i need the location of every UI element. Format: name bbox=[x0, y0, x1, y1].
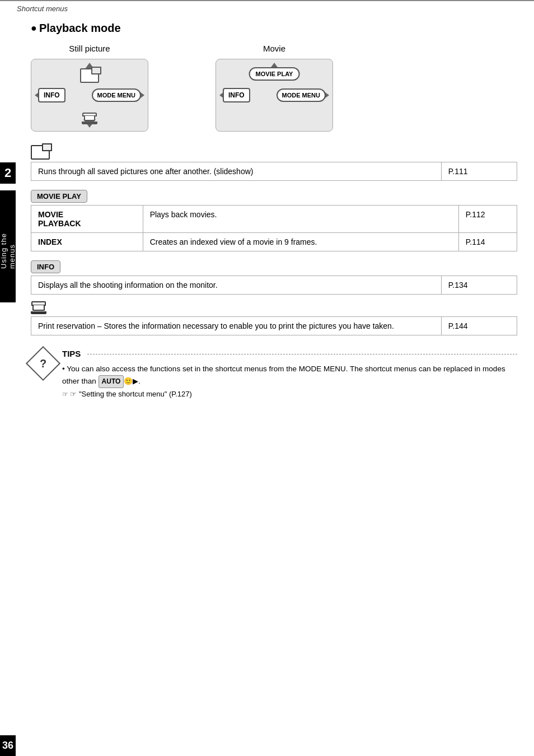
movie-play-badge: MOVIE PLAY bbox=[31, 190, 87, 203]
diagrams-row: Still picture bbox=[31, 44, 517, 132]
still-mode-menu-btn: MODE MENU bbox=[92, 88, 141, 102]
sidebar-text: Using the menus bbox=[0, 224, 16, 269]
tips-icons: 🙂▶ bbox=[124, 377, 138, 385]
info-page: P.134 bbox=[441, 276, 517, 295]
header-label: Shortcut menus bbox=[0, 0, 534, 16]
print-page: P.144 bbox=[441, 317, 517, 335]
tips-box: ? TIPS • You can also access the functio… bbox=[31, 349, 517, 400]
still-label: Still picture bbox=[69, 44, 110, 53]
movie-play-key-0: MOVIE PLAYBACK bbox=[31, 206, 143, 233]
slideshow-desc: Runs through all saved pictures one afte… bbox=[31, 162, 442, 181]
movie-play-page-0: P.112 bbox=[458, 206, 517, 233]
print-icon-row bbox=[31, 301, 517, 314]
tips-ref: ☞ "Setting the shortcut menu" (P.127) bbox=[70, 390, 192, 398]
movie-play-key-text-0: MOVIE PLAYBACK bbox=[38, 210, 81, 228]
movie-info-text: INFO bbox=[228, 91, 245, 99]
movie-diagram-box: MOVIE PLAY INFO MODE MENU bbox=[216, 59, 333, 132]
tips-title-text: TIPS bbox=[62, 349, 81, 358]
print-desc: Print reservation – Stores the informati… bbox=[31, 317, 442, 335]
movie-play-desc-text-0: Plays back movies. bbox=[150, 210, 217, 219]
header-text: Shortcut menus bbox=[17, 4, 68, 13]
still-diagram-box: INFO MODE MENU bbox=[31, 59, 148, 132]
chapter-badge: 2 bbox=[0, 162, 16, 184]
slideshow-row: Runs through all saved pictures one afte… bbox=[31, 162, 517, 181]
movie-play-row-1: INDEX Creates an indexed view of a movie… bbox=[31, 233, 517, 251]
movie-play-desc-1: Creates an indexed view of a movie in 9 … bbox=[143, 233, 458, 251]
tips-text2: . bbox=[138, 377, 140, 385]
info-desc: Displays all the shooting information on… bbox=[31, 276, 442, 295]
sidebar-label: Using the menus bbox=[0, 190, 16, 302]
page-num-text: 36 bbox=[2, 740, 13, 751]
slideshow-page: P.111 bbox=[441, 162, 517, 181]
movie-label: Movie bbox=[263, 44, 285, 53]
movie-play-row-0: MOVIE PLAYBACK Plays back movies. P.112 bbox=[31, 206, 517, 233]
tips-book-icon: ☞ bbox=[62, 390, 70, 398]
tips-dashes bbox=[87, 354, 517, 354]
movie-play-desc-0: Plays back movies. bbox=[143, 206, 458, 233]
chapter-number: 2 bbox=[4, 166, 11, 180]
still-diagram-container: Still picture bbox=[31, 44, 148, 132]
tips-content: TIPS • You can also access the functions… bbox=[62, 349, 517, 400]
tips-bullet: • bbox=[62, 365, 65, 373]
tips-body: • You can also access the functions set … bbox=[62, 363, 517, 400]
movie-mode-menu-text: MODE MENU bbox=[282, 92, 320, 99]
auto-badge: AUTO bbox=[99, 375, 124, 388]
tips-question-mark: ? bbox=[40, 357, 46, 370]
slideshow-icon-row bbox=[31, 145, 517, 160]
section-title-text: Playback mode bbox=[39, 22, 121, 35]
movie-play-btn: MOVIE PLAY bbox=[249, 67, 300, 81]
info-row: Displays all the shooting information on… bbox=[31, 276, 517, 295]
movie-play-text: MOVIE PLAY bbox=[256, 71, 293, 77]
print-row: Print reservation – Stores the informati… bbox=[31, 317, 517, 335]
page-number-side: 36 bbox=[0, 735, 16, 756]
movie-info-btn: INFO bbox=[223, 88, 250, 102]
section-title: Playback mode bbox=[31, 22, 517, 35]
info-table: Displays all the shooting information on… bbox=[31, 276, 517, 295]
movie-play-table: MOVIE PLAYBACK Plays back movies. P.112 … bbox=[31, 205, 517, 251]
still-mode-menu-text: MODE MENU bbox=[97, 92, 135, 99]
info-section-badge: INFO bbox=[31, 260, 60, 273]
movie-play-key-1: INDEX bbox=[31, 233, 143, 251]
tips-icon: ? bbox=[31, 351, 55, 376]
movie-mode-menu-btn: MODE MENU bbox=[277, 88, 326, 102]
slideshow-table: Runs through all saved pictures one afte… bbox=[31, 162, 517, 181]
tips-header: TIPS bbox=[62, 349, 517, 358]
movie-play-page-1: P.114 bbox=[458, 233, 517, 251]
still-info-text: INFO bbox=[44, 91, 60, 99]
print-table: Print reservation – Stores the informati… bbox=[31, 316, 517, 335]
still-info-btn: INFO bbox=[38, 88, 65, 102]
movie-diagram-container: Movie MOVIE PLAY bbox=[216, 44, 333, 132]
